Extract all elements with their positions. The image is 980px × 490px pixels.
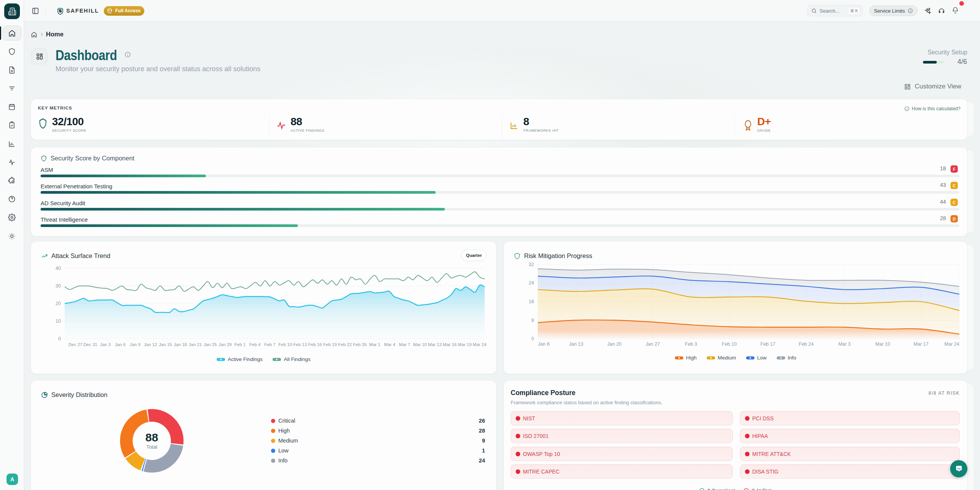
svg-text:Mar 3: Mar 3	[838, 341, 851, 347]
svg-text:Mar 10: Mar 10	[413, 342, 427, 347]
svg-text:Jan 18: Jan 18	[174, 342, 187, 347]
svg-text:Feb 19: Feb 19	[323, 342, 337, 347]
svg-text:Jan 13: Jan 13	[569, 341, 583, 347]
svg-text:Feb 16: Feb 16	[308, 342, 322, 347]
svg-text:Feb 7: Feb 7	[264, 342, 275, 347]
svg-text:Feb 22: Feb 22	[338, 342, 352, 347]
svg-text:Feb 10: Feb 10	[722, 341, 737, 347]
svg-text:Jan 3: Jan 3	[100, 342, 111, 347]
svg-text:0: 0	[58, 336, 61, 341]
svg-text:Jan 25: Jan 25	[204, 342, 217, 347]
svg-text:Feb 3: Feb 3	[685, 341, 697, 347]
svg-text:Mar 1: Mar 1	[369, 342, 380, 347]
svg-text:Jan 20: Jan 20	[607, 341, 622, 347]
svg-text:Jan 21: Jan 21	[189, 342, 202, 347]
svg-text:24: 24	[529, 280, 534, 286]
svg-text:Mar 19: Mar 19	[458, 342, 472, 347]
svg-text:Jan 6: Jan 6	[115, 342, 126, 347]
svg-text:Mar 17: Mar 17	[914, 341, 929, 347]
svg-text:Mar 24: Mar 24	[473, 342, 487, 347]
svg-text:Mar 13: Mar 13	[428, 342, 442, 347]
svg-text:Feb 13: Feb 13	[293, 342, 307, 347]
svg-text:Mar 24: Mar 24	[944, 341, 959, 347]
svg-text:Mar 16: Mar 16	[443, 342, 457, 347]
svg-text:Mar 10: Mar 10	[875, 341, 890, 347]
svg-text:Mar 7: Mar 7	[399, 342, 410, 347]
svg-text:32: 32	[529, 262, 534, 267]
svg-text:Feb 17: Feb 17	[761, 341, 776, 347]
svg-text:30: 30	[56, 283, 61, 289]
svg-text:Feb 24: Feb 24	[799, 341, 814, 347]
svg-text:Feb 26: Feb 26	[353, 342, 367, 347]
svg-text:20: 20	[56, 301, 61, 306]
svg-text:Jan 12: Jan 12	[144, 342, 157, 347]
svg-text:Feb 10: Feb 10	[278, 342, 292, 347]
svg-text:SAFEHILL: SAFEHILL	[66, 8, 99, 14]
svg-text:8: 8	[531, 318, 534, 323]
svg-text:16: 16	[529, 299, 534, 304]
svg-text:Feb 1: Feb 1	[234, 342, 245, 347]
svg-text:Feb 4: Feb 4	[249, 342, 261, 347]
svg-text:0: 0	[531, 336, 534, 341]
svg-text:88: 88	[145, 431, 158, 444]
svg-text:Jan 29: Jan 29	[219, 342, 232, 347]
svg-text:Jan 6: Jan 6	[538, 341, 550, 347]
svg-text:40: 40	[56, 266, 61, 271]
svg-text:Jan 15: Jan 15	[159, 342, 172, 347]
svg-text:Dec 31: Dec 31	[83, 342, 97, 347]
svg-text:10: 10	[56, 318, 61, 324]
svg-text:Jan 27: Jan 27	[645, 341, 660, 347]
svg-text:Dec 27: Dec 27	[69, 342, 82, 347]
svg-text:Mar 4: Mar 4	[384, 342, 395, 347]
svg-text:Jan 9: Jan 9	[130, 342, 140, 347]
svg-text:Total: Total	[146, 444, 157, 450]
